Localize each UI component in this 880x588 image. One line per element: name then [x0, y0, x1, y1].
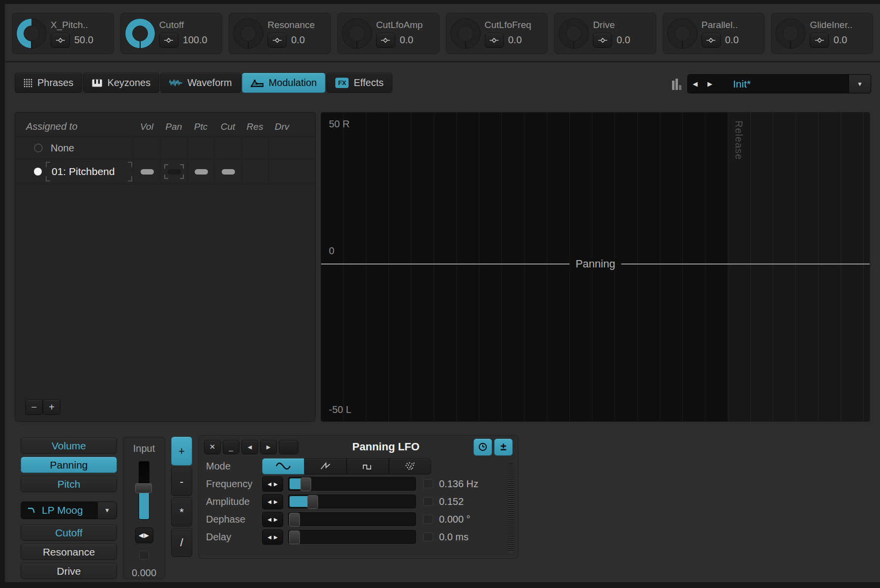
mod-cell-ptc[interactable] [187, 159, 214, 184]
slider-handle[interactable] [289, 530, 300, 544]
macro-map-button[interactable] [702, 33, 721, 48]
amplitude-slider[interactable] [288, 495, 416, 508]
lfo-close-button[interactable]: ✕ [204, 440, 221, 454]
macro-value[interactable]: 0.0 [291, 34, 305, 46]
remove-modset-button[interactable]: − [25, 399, 43, 415]
modset-row-none[interactable]: None [15, 137, 315, 159]
delay-slider[interactable] [288, 530, 416, 544]
tab-modulation[interactable]: Modulation [242, 73, 326, 93]
mod-cell-res[interactable] [241, 159, 268, 184]
mode-square-button[interactable] [347, 458, 389, 474]
operator-add-button[interactable]: + [171, 437, 192, 466]
macro-value[interactable]: 50.0 [74, 34, 93, 46]
panel-resize-handle[interactable] [508, 464, 514, 552]
lfo-bipolar-button[interactable]: ± [494, 439, 513, 456]
slider-handle[interactable] [300, 477, 311, 491]
modulation-graph[interactable]: Release Panning 50 R 0 -50 L [321, 112, 870, 422]
mod-cell-cut[interactable] [214, 159, 241, 184]
target-panning-button[interactable]: Panning [21, 457, 117, 473]
filter-dropdown-button[interactable]: ▼ [97, 502, 117, 519]
amplitude-stepper[interactable]: ◀ ▶ [262, 494, 283, 509]
modset-radio-none[interactable] [34, 144, 43, 152]
filter-select[interactable]: LP Moog ▼ [21, 501, 117, 519]
dephase-stepper[interactable]: ◀ ▶ [262, 512, 283, 527]
macro-map-button[interactable] [593, 33, 612, 48]
tab-keyzones[interactable]: Keyzones [83, 73, 159, 93]
mod-cell[interactable] [133, 137, 160, 159]
macro-map-button[interactable] [810, 33, 829, 48]
target-drive-button[interactable]: Drive [21, 563, 117, 579]
delay-stepper[interactable]: ◀ ▶ [262, 529, 283, 545]
macro-map-button[interactable] [267, 33, 287, 48]
mod-cell-drv[interactable] [268, 159, 295, 184]
frequency-stepper[interactable]: ◀ ▶ [262, 476, 283, 492]
macro-value[interactable]: 0.0 [400, 34, 413, 46]
input-slider-handle[interactable] [135, 483, 152, 493]
macro-knob[interactable] [667, 18, 698, 49]
preset-dropdown-button[interactable]: ▼ [849, 75, 871, 93]
macro-value[interactable]: 100.0 [183, 34, 207, 46]
macro-knob[interactable] [16, 18, 47, 49]
mod-cell[interactable] [187, 137, 214, 159]
preset-combo[interactable]: ◀ ▶ Init* ▼ [687, 74, 871, 93]
lfo-next-button[interactable]: ▶ [260, 440, 277, 454]
operator-subtract-button[interactable]: - [171, 467, 192, 496]
mode-saw-button[interactable] [304, 458, 347, 474]
mod-cell-vol[interactable] [133, 159, 160, 184]
target-cutoff-button[interactable]: Cutoff [21, 525, 117, 541]
slider-handle[interactable] [307, 495, 318, 509]
preset-name[interactable]: Init* [717, 78, 849, 90]
macro-map-button[interactable] [485, 33, 504, 48]
macro-value[interactable]: 0.0 [508, 34, 522, 46]
target-resonance-button[interactable]: Resonance [21, 544, 117, 560]
lfo-prev-button[interactable]: ◀ [241, 440, 258, 454]
input-direction-button[interactable]: ◀▶ [135, 528, 153, 544]
modset-name-frame[interactable]: 01: Pitchbend [46, 162, 132, 181]
macro-knob[interactable] [125, 18, 155, 49]
macro-map-button[interactable] [51, 33, 70, 48]
modset-row-pitchbend[interactable]: 01: Pitchbend [15, 159, 315, 184]
preset-next-button[interactable]: ▶ [703, 80, 717, 88]
target-pitch-button[interactable]: Pitch [21, 476, 117, 492]
operator-multiply-button[interactable]: * [171, 498, 192, 527]
dephase-slider[interactable] [288, 512, 416, 526]
target-volume-button[interactable]: Volume [21, 438, 117, 454]
macro-knob[interactable] [342, 18, 372, 49]
frequency-slider[interactable] [288, 477, 416, 491]
macro-knob[interactable] [775, 18, 806, 49]
tab-waveform[interactable]: Waveform [160, 73, 240, 93]
macro-knob[interactable] [233, 18, 264, 49]
mod-cell[interactable] [214, 137, 241, 159]
macro-map-button[interactable] [376, 33, 395, 48]
frequency-checkbox[interactable] [423, 479, 433, 488]
macro-value[interactable]: 0.0 [725, 34, 739, 46]
delay-value[interactable]: 0.0 ms [439, 531, 469, 543]
mod-cell[interactable] [241, 137, 268, 159]
input-slider[interactable] [139, 461, 149, 520]
input-checkbox[interactable] [139, 551, 149, 559]
operator-divide-button[interactable]: / [171, 528, 192, 557]
macro-knob[interactable] [558, 18, 589, 49]
dephase-value[interactable]: 0.000 ° [439, 514, 470, 525]
frequency-value[interactable]: 0.136 Hz [439, 478, 478, 490]
lfo-extra-button[interactable] [279, 440, 298, 454]
modset-radio-pitchbend[interactable] [34, 168, 42, 176]
add-modset-button[interactable]: + [43, 399, 60, 415]
preset-prev-button[interactable]: ◀ [688, 80, 703, 88]
macro-knob[interactable] [450, 18, 481, 49]
lfo-reset-clock-button[interactable] [473, 439, 492, 456]
mode-sine-button[interactable] [262, 458, 304, 474]
macro-value[interactable]: 0.0 [833, 34, 847, 46]
amplitude-value[interactable]: 0.152 [439, 496, 464, 507]
mod-cell[interactable] [160, 137, 187, 159]
tab-phrases[interactable]: Phrases [15, 73, 82, 93]
lfo-minimize-button[interactable]: _ [223, 440, 239, 454]
delay-checkbox[interactable] [423, 532, 433, 541]
mode-random-button[interactable] [389, 458, 431, 474]
mod-cell[interactable] [268, 137, 295, 159]
amplitude-checkbox[interactable] [423, 497, 433, 506]
dephase-checkbox[interactable] [423, 515, 433, 524]
input-value[interactable]: 0.000 [132, 567, 156, 579]
mod-cell-pan[interactable] [160, 159, 187, 184]
macro-map-button[interactable] [159, 33, 178, 48]
